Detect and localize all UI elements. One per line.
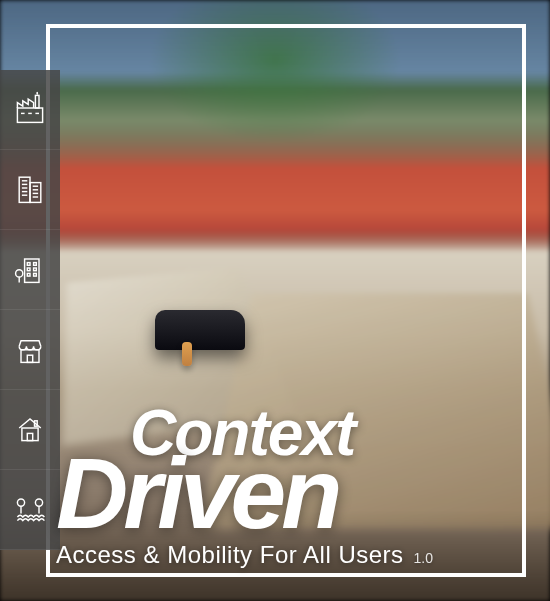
svg-rect-17 [27,262,30,265]
sidebar-item-town [0,310,60,390]
svg-rect-18 [34,262,37,265]
subtitle-row: Access & Mobility For All Users 1.0 [56,541,520,569]
subtitle-text: Access & Mobility For All Users [56,541,404,569]
urban-highrise-icon [12,170,48,210]
svg-point-23 [16,269,23,276]
sidebar-item-rural [0,470,60,550]
sidebar-item-midrise [0,230,60,310]
single-house-icon [12,410,48,450]
svg-rect-25 [21,349,39,362]
cover-title-block: Context Driven Access & Mobility For All… [56,408,520,569]
svg-rect-1 [35,95,39,108]
version-text: 1.0 [414,550,433,566]
context-icon-sidebar [0,70,60,550]
industrial-icon [12,90,48,130]
rural-crops-icon [12,490,48,530]
sidebar-item-house [0,390,60,470]
svg-point-30 [17,499,24,506]
svg-rect-26 [27,355,32,362]
title-word-2: Driven [56,453,520,533]
town-market-icon [12,330,48,370]
svg-rect-20 [34,268,37,271]
svg-rect-28 [27,433,32,440]
svg-rect-0 [17,108,42,122]
svg-rect-22 [34,273,37,276]
sidebar-item-industrial [0,70,60,150]
svg-rect-19 [27,268,30,271]
midrise-tree-icon [12,250,48,290]
svg-point-32 [35,499,42,506]
sidebar-item-urban-highrise [0,150,60,230]
svg-rect-21 [27,273,30,276]
svg-rect-27 [22,428,38,441]
